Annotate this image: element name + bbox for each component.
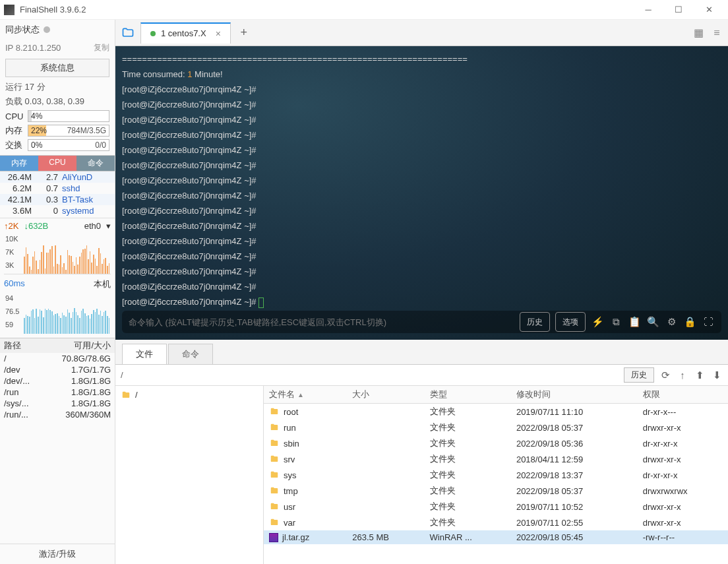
file-row[interactable]: var 文件夹2019/07/11 02:55drwxr-xr-x bbox=[264, 515, 728, 530]
net-up: ↑2K bbox=[4, 221, 18, 231]
tab-centos[interactable]: 1 centos7.X × bbox=[140, 22, 231, 44]
refresh-icon[interactable]: ⟳ bbox=[659, 369, 671, 381]
col-mtime[interactable]: 修改时间 bbox=[511, 386, 638, 404]
process-table-header: 内存 CPU 命令 bbox=[0, 155, 115, 172]
chevron-down-icon[interactable]: ▾ bbox=[106, 221, 111, 231]
sync-status: 同步状态 bbox=[0, 20, 115, 40]
file-row[interactable]: run 文件夹2022/09/18 05:37drwxr-xr-x bbox=[264, 420, 728, 435]
process-row[interactable]: 3.6M0systemd bbox=[0, 205, 115, 216]
process-row[interactable]: 26.4M2.7AliYunD bbox=[0, 172, 115, 183]
bolt-icon[interactable]: ⚡ bbox=[591, 315, 604, 329]
tree-root[interactable]: / bbox=[119, 389, 259, 401]
latency-value: 60ms bbox=[4, 278, 25, 290]
app-logo-icon bbox=[4, 5, 15, 15]
terminal[interactable]: ========================================… bbox=[115, 46, 728, 340]
copy-ip-button[interactable]: 复制 bbox=[94, 42, 109, 53]
file-tabs: 文件 命令 bbox=[115, 340, 728, 365]
activate-button[interactable]: 激活/升级 bbox=[0, 544, 115, 564]
copy-icon[interactable]: ⧉ bbox=[609, 315, 622, 329]
disk-row[interactable]: /dev/...1.8G/1.8G bbox=[0, 375, 115, 387]
title-bar: FinalShell 3.9.6.2 ─ ☐ ✕ bbox=[0, 0, 728, 20]
fullscreen-icon[interactable]: ⛶ bbox=[702, 315, 715, 329]
tab-label: 1 centos7.X bbox=[161, 28, 206, 38]
gear-icon[interactable]: ⚙ bbox=[665, 315, 678, 329]
lock-icon[interactable]: 🔒 bbox=[683, 315, 696, 329]
options-button[interactable]: 选项 bbox=[555, 312, 586, 332]
file-row[interactable]: jl.tar.gz 263.5 MBWinRAR ...2022/09/18 0… bbox=[264, 530, 728, 544]
system-info-button[interactable]: 系统信息 bbox=[5, 59, 109, 77]
upload-icon[interactable]: ⬆ bbox=[694, 369, 706, 381]
path-history-button[interactable]: 历史 bbox=[624, 367, 654, 383]
tab-commands[interactable]: 命令 bbox=[168, 344, 213, 364]
tab-status-icon bbox=[150, 31, 156, 36]
minimize-button[interactable]: ─ bbox=[633, 1, 663, 19]
window-title: FinalShell 3.9.6.2 bbox=[20, 5, 633, 15]
history-button[interactable]: 历史 bbox=[520, 312, 550, 332]
add-tab-button[interactable]: + bbox=[235, 24, 253, 42]
command-bar: 历史 选项 ⚡ ⧉ 📋 🔍 ⚙ 🔒 ⛶ bbox=[122, 311, 721, 333]
disk-row[interactable]: /run1.8G/1.8G bbox=[0, 387, 115, 398]
open-folder-icon[interactable] bbox=[119, 26, 136, 40]
load-text: 负载 0.03, 0.38, 0.39 bbox=[0, 94, 115, 109]
disk-table: 路径 可用/大小 /70.8G/78.6G/dev1.7G/1.7G/dev/.… bbox=[0, 338, 115, 420]
latency-row: 60ms 本机 bbox=[0, 276, 115, 293]
file-row[interactable]: tmp 文件夹2022/09/18 05:37drwxrwxrwx bbox=[264, 483, 728, 499]
search-icon[interactable]: 🔍 bbox=[646, 315, 659, 329]
tab-close-icon[interactable]: × bbox=[216, 28, 221, 39]
path-bar: / 历史 ⟳ ↑ ⬆ ⬇ bbox=[115, 365, 728, 386]
mem-metric: 内存 22%784M/3.5G bbox=[0, 123, 115, 138]
download-icon[interactable]: ⬇ bbox=[711, 369, 723, 381]
uptime-text: 运行 17 分 bbox=[0, 80, 115, 94]
process-list: 26.4M2.7AliYunD6.2M0.7sshd42.1M0.3BT-Tas… bbox=[0, 172, 115, 216]
ip-address: IP 8.210.1.250 bbox=[5, 43, 94, 53]
latency-sparkline: 94 76.5 59 bbox=[4, 294, 111, 334]
disk-row[interactable]: /run/...360M/360M bbox=[0, 409, 115, 420]
disk-row[interactable]: /70.8G/78.6G bbox=[0, 353, 115, 364]
tab-bar: 1 centos7.X × + ▦ ≡ bbox=[115, 20, 728, 46]
network-stats: ↑2K ↓632B eth0 ▾ bbox=[0, 218, 115, 234]
col-size[interactable]: 大小 bbox=[347, 386, 424, 404]
net-down: ↓632B bbox=[24, 221, 48, 231]
file-row[interactable]: srv 文件夹2018/04/11 12:59drwxr-xr-x bbox=[264, 451, 728, 467]
file-row[interactable]: usr 文件夹2019/07/11 10:52drwxr-xr-x bbox=[264, 499, 728, 515]
swap-metric: 交换 0%0/0 bbox=[0, 138, 115, 152]
close-button[interactable]: ✕ bbox=[694, 1, 724, 19]
sync-label: 同步状态 bbox=[5, 24, 40, 36]
archive-icon bbox=[269, 533, 278, 542]
net-iface: eth0 bbox=[84, 221, 101, 231]
sidebar: 同步状态 IP 8.210.1.250 复制 系统信息 运行 17 分 负载 0… bbox=[0, 20, 115, 564]
disk-row[interactable]: /dev1.7G/1.7G bbox=[0, 364, 115, 375]
grid-view-icon[interactable]: ▦ bbox=[691, 26, 706, 40]
up-icon[interactable]: ↑ bbox=[677, 369, 688, 381]
paste-icon[interactable]: 📋 bbox=[628, 315, 641, 329]
current-path: / bbox=[121, 370, 619, 380]
tab-files[interactable]: 文件 bbox=[122, 344, 167, 364]
disk-row[interactable]: /sys/...1.8G/1.8G bbox=[0, 398, 115, 409]
col-type[interactable]: 类型 bbox=[425, 386, 511, 404]
directory-tree[interactable]: / bbox=[115, 386, 264, 564]
latency-host: 本机 bbox=[94, 278, 111, 290]
col-name[interactable]: 文件名▲ bbox=[264, 386, 347, 404]
cpu-metric: CPU 4% bbox=[0, 109, 115, 123]
process-row[interactable]: 6.2M0.7sshd bbox=[0, 183, 115, 194]
command-input[interactable] bbox=[129, 317, 514, 327]
file-row[interactable]: sys 文件夹2022/09/18 13:37dr-xr-xr-x bbox=[264, 467, 728, 483]
maximize-button[interactable]: ☐ bbox=[663, 1, 694, 19]
file-table: 文件名▲ 大小 类型 修改时间 权限 root 文件夹2019/07/11 11… bbox=[264, 386, 728, 564]
network-sparkline: 10K 7K 3K bbox=[4, 235, 111, 274]
process-row[interactable]: 42.1M0.3BT-Task bbox=[0, 194, 115, 205]
col-perm[interactable]: 权限 bbox=[638, 386, 728, 404]
file-row[interactable]: root 文件夹2019/07/11 11:10dr-xr-x--- bbox=[264, 404, 728, 420]
file-row[interactable]: sbin 文件夹2022/09/18 05:36dr-xr-xr-x bbox=[264, 435, 728, 451]
sync-dot-icon bbox=[44, 26, 50, 33]
list-view-icon[interactable]: ≡ bbox=[710, 26, 724, 40]
